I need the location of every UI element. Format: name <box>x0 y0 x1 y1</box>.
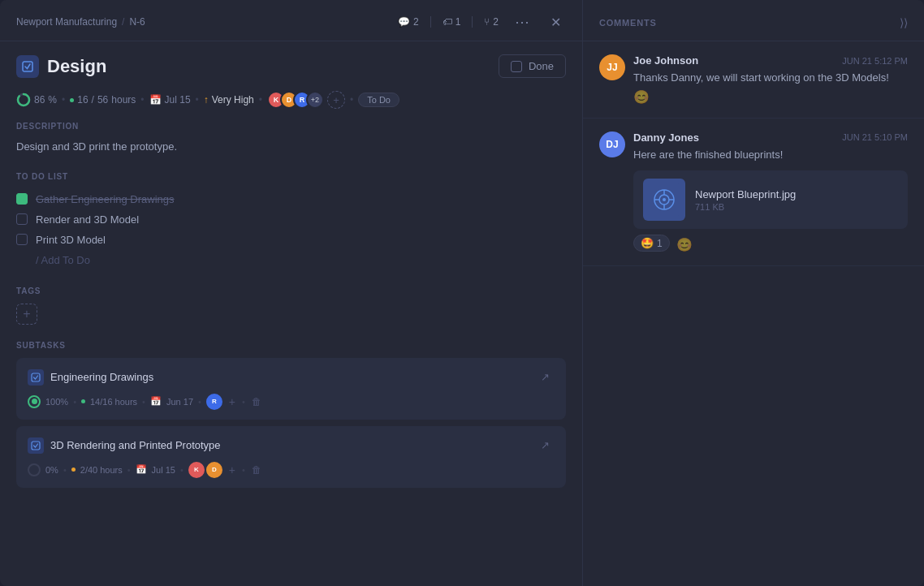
todo-item-3: Print 3D Model <box>16 230 566 250</box>
task-header: Design Done <box>0 41 582 88</box>
label-count-icon[interactable]: 🏷 1 <box>443 16 461 28</box>
progress-meta[interactable]: 86% <box>16 93 57 107</box>
done-label: Done <box>529 60 554 72</box>
subtask-top-1: Engineering Drawings ↗ <box>28 368 555 387</box>
subtask-add-assignee-2[interactable]: + <box>227 463 237 476</box>
todo-checkbox-3[interactable] <box>16 234 28 245</box>
comment-avatar-1: JJ <box>599 54 625 80</box>
comment-time-1: JUN 21 5:12 PM <box>842 56 908 66</box>
subtask-hours-1: 14/16 hours <box>90 397 137 407</box>
attachment-size: 711 KB <box>695 202 898 212</box>
subtasks-label: SUBTASKS <box>16 341 566 350</box>
priority-label: Very High <box>212 94 254 106</box>
subtasks-section: SUBTASKS Engineering Drawings ↗ <box>0 341 582 488</box>
svg-rect-4 <box>32 442 40 450</box>
branch-count: 2 <box>493 16 499 28</box>
subtask-delete-2[interactable]: 🗑 <box>250 464 263 476</box>
subtask-name-2: 3D Rendering and Printed Prototype <box>50 439 221 451</box>
calendar-icon: 📅 <box>149 94 162 106</box>
breadcrumb-sep: / <box>122 16 124 28</box>
subtask-external-link-2[interactable]: ↗ <box>535 436 555 455</box>
assignee-avatars[interactable]: K D R +2 + <box>267 91 345 109</box>
label-icon: 🏷 <box>443 16 452 28</box>
sep-1: • <box>62 94 65 106</box>
todo-section: TO DO LIST Gather Engineering Drawings R… <box>0 172 582 270</box>
modal-container: Newport Manufacturing / N-6 💬 2 🏷 1 ⑂ 2 <box>0 0 924 586</box>
subtask-avatar-2a: K <box>188 462 205 478</box>
subtask-progress-ring-1 <box>28 395 41 408</box>
comment-author-2: Danny Jones <box>633 131 699 144</box>
branch-icon: ⑂ <box>484 16 490 28</box>
top-icons: 💬 2 🏷 1 ⑂ 2 ⋯ ✕ <box>398 11 566 32</box>
priority-meta[interactable]: ↑ Very High <box>204 94 254 106</box>
comment-item-1: JJ Joe Johnson JUN 21 5:12 PM Thanks Dan… <box>583 41 924 118</box>
comment-emoji-btn-1[interactable]: 😊 <box>633 89 650 105</box>
comment-body-2: Danny Jones JUN 21 5:10 PM Here are the … <box>633 131 908 253</box>
add-tag-button[interactable]: + <box>16 304 37 325</box>
subtask-item-1: Engineering Drawings ↗ 100% • 14/16 hour… <box>16 358 566 420</box>
breadcrumb: Newport Manufacturing / N-6 <box>16 16 145 28</box>
subtask-title-row-2: 3D Rendering and Printed Prototype <box>28 437 221 454</box>
subtask-progress-1: 100% <box>45 397 68 407</box>
subtask-avatar-1: R <box>206 394 222 410</box>
subtask-external-link-1[interactable]: ↗ <box>535 368 555 387</box>
attachment-card[interactable]: Newport Blueprint.jpg 711 KB <box>633 170 908 229</box>
todo-item-2: Render and 3D Model <box>16 209 566 230</box>
close-button[interactable]: ✕ <box>546 13 566 32</box>
breadcrumb-id: N-6 <box>129 16 145 28</box>
svg-point-2 <box>18 94 29 106</box>
subtask-meta-2: 0% • 2/40 hours • 📅 Jul 15 • K D + • 🗑 <box>28 462 555 478</box>
svg-rect-0 <box>23 62 32 71</box>
todo-checkbox-1[interactable] <box>16 193 28 205</box>
comment-header-1: Joe Johnson JUN 21 5:12 PM <box>633 54 908 67</box>
branch-count-icon[interactable]: ⑂ 2 <box>484 16 499 28</box>
comment-emoji-btn-2[interactable]: 😊 <box>676 237 693 252</box>
status-meta[interactable]: To Do <box>358 93 399 107</box>
breadcrumb-project: Newport Manufacturing <box>16 16 117 28</box>
attachment-name: Newport Blueprint.jpg <box>695 188 898 200</box>
comments-count-icon[interactable]: 💬 2 <box>398 16 419 28</box>
todo-checkbox-2[interactable] <box>16 213 28 225</box>
subtask-add-assignee-1[interactable]: + <box>227 395 237 408</box>
more-options-button[interactable]: ⋯ <box>510 11 534 32</box>
done-button[interactable]: Done <box>499 54 566 78</box>
subtask-name-1: Engineering Drawings <box>50 371 153 383</box>
attachment-thumb <box>643 179 685 221</box>
comment-header-2: Danny Jones JUN 21 5:10 PM <box>633 131 908 144</box>
subtask-hours-dot-1 <box>81 399 85 403</box>
main-panel: Newport Manufacturing / N-6 💬 2 🏷 1 ⑂ 2 <box>0 0 583 586</box>
icon-divider <box>430 16 431 28</box>
task-title: Design <box>47 56 106 77</box>
subtask-due-1: Jun 17 <box>166 397 193 407</box>
reaction-emoji: 🤩 <box>641 237 654 249</box>
subtask-delete-1[interactable]: 🗑 <box>250 396 263 407</box>
comment-count: 2 <box>413 16 419 28</box>
hours-meta[interactable]: 16/56 hours <box>70 94 136 106</box>
comments-panel: COMMENTS ⟩⟩ JJ Joe Johnson JUN 21 5:12 P… <box>583 0 924 586</box>
priority-arrow: ↑ <box>204 94 209 106</box>
add-todo-button[interactable]: / Add To Do <box>16 250 566 270</box>
top-bar: Newport Manufacturing / N-6 💬 2 🏷 1 ⑂ 2 <box>0 0 582 41</box>
todo-label: TO DO LIST <box>16 172 566 181</box>
subtask-meta-1: 100% • 14/16 hours • 📅 Jun 17 • R + • 🗑 <box>28 394 555 410</box>
task-title-row: Design <box>16 55 106 78</box>
reaction-row: 🤩 1 😊 <box>633 234 908 252</box>
sep-2: • <box>140 94 144 106</box>
subtask-title-row-1: Engineering Drawings <box>28 369 153 386</box>
status-badge: To Do <box>358 93 399 107</box>
tags-section: TAGS + <box>0 287 582 325</box>
subtask-type-icon-1 <box>28 369 44 386</box>
subtask-avatar-2b: D <box>206 462 222 478</box>
comments-title: COMMENTS <box>599 18 657 28</box>
comment-top-1: JJ Joe Johnson JUN 21 5:12 PM Thanks Dan… <box>599 54 908 105</box>
add-assignee-button[interactable]: + <box>327 91 345 109</box>
due-meta[interactable]: 📅 Jul 15 <box>149 94 191 106</box>
done-checkbox <box>511 61 522 72</box>
reaction-badge[interactable]: 🤩 1 <box>633 235 670 252</box>
subtask-item-2: 3D Rendering and Printed Prototype ↗ 0% … <box>16 426 566 488</box>
sep-3: • <box>196 94 199 106</box>
collapse-panel-button[interactable]: ⟩⟩ <box>900 16 908 29</box>
comment-top-2: DJ Danny Jones JUN 21 5:10 PM Here are t… <box>599 131 908 253</box>
description-label: DESCRIPTION <box>16 122 566 131</box>
label-count: 1 <box>456 16 461 28</box>
